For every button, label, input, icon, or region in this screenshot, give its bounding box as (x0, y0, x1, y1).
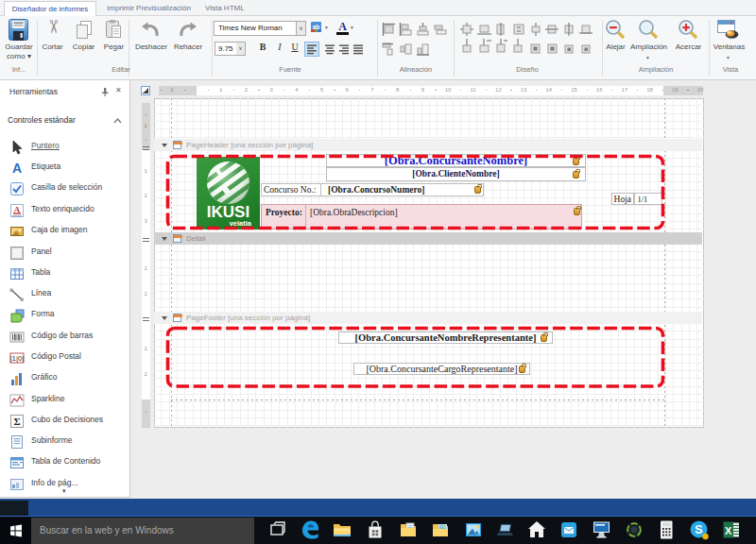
svg-text:X: X (725, 525, 732, 536)
svg-text:Σ: Σ (13, 416, 20, 427)
svg-text:A: A (12, 161, 22, 176)
svg-text:|1|0|: |1|0| (9, 354, 24, 363)
svg-text:S: S (695, 523, 702, 536)
